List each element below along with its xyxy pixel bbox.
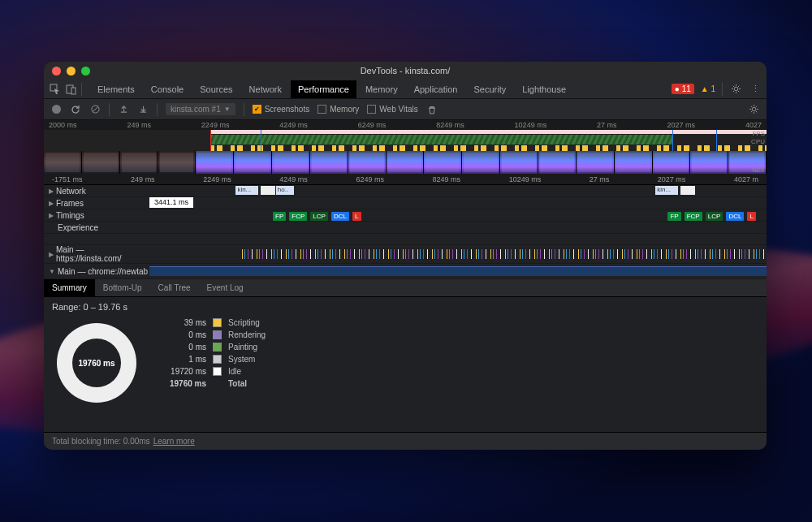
tbt-text: Total blocking time: 0.00ms xyxy=(52,437,150,446)
overview-strip[interactable]: FPS CPU xyxy=(44,130,767,151)
frame-duration-tooltip: 3441.1 ms xyxy=(149,197,193,208)
error-count-badge[interactable]: ● 11 xyxy=(672,84,694,94)
fcp-marker[interactable]: FCP xyxy=(289,212,307,221)
range-text: Range: 0 – 19.76 s xyxy=(52,302,758,312)
lcp-marker[interactable]: LCP xyxy=(310,212,328,221)
tab-memory[interactable]: Memory xyxy=(358,80,405,98)
cpu-label: CPU xyxy=(751,138,765,145)
tab-security[interactable]: Security xyxy=(466,80,513,98)
window-title: DevTools - kinsta.com/ xyxy=(44,66,767,75)
tab-lighthouse[interactable]: Lighthouse xyxy=(515,80,573,98)
main-newtab-track-label[interactable]: ▼Main — chrome://newtab xyxy=(44,267,149,276)
network-bar[interactable]: kin... xyxy=(655,186,678,195)
tab-network[interactable]: Network xyxy=(242,80,289,98)
screenshot-filmstrip[interactable] xyxy=(44,151,767,174)
timings-track-label[interactable]: ▶Timings xyxy=(44,211,149,220)
devtools-tabs: Elements Console Sources Network Perform… xyxy=(44,80,767,99)
main-track-label[interactable]: ▶Main — https://kinsta.com/ xyxy=(44,245,149,263)
load-marker[interactable]: L xyxy=(352,212,361,221)
svg-line-5 xyxy=(92,106,97,112)
network-bar[interactable]: kin... xyxy=(235,186,258,195)
tab-application[interactable]: Application xyxy=(407,80,465,98)
experience-track-label[interactable]: Experience xyxy=(44,223,149,232)
timeline-ruler[interactable]: -1751 ms249 ms 2249 ms4249 ms 6249 ms824… xyxy=(44,174,767,185)
summary-donut: 19760 ms xyxy=(57,323,136,403)
learn-more-link[interactable]: Learn more xyxy=(153,437,195,446)
network-track-label[interactable]: ▶Network xyxy=(44,187,149,196)
perf-toolbar: kinsta.com #1 ▼ ✔Screenshots Memory Web … xyxy=(44,99,767,120)
details-tabs: Summary Bottom-Up Call Tree Event Log xyxy=(44,279,767,297)
more-menu-icon[interactable]: ⋮ xyxy=(749,83,762,96)
inspect-element-icon[interactable] xyxy=(49,83,62,96)
clear-button[interactable] xyxy=(89,104,101,115)
tab-sources[interactable]: Sources xyxy=(192,80,240,98)
save-profile-button[interactable] xyxy=(137,104,149,115)
overview-ruler[interactable]: 2000 ms249 ms 2249 ms4249 ms 6249 ms8249… xyxy=(44,120,767,130)
record-button[interactable] xyxy=(50,104,62,115)
webvitals-checkbox[interactable]: Web Vitals xyxy=(367,105,417,114)
svg-point-6 xyxy=(752,107,756,111)
fps-label: FPS xyxy=(752,130,765,137)
summary-legend: 39 msScripting 0 msRendering 0 msPaintin… xyxy=(161,318,266,408)
frames-track-label[interactable]: ▶Frames xyxy=(44,199,149,208)
screenshots-checkbox[interactable]: ✔Screenshots xyxy=(253,105,310,114)
capture-settings-gear-icon[interactable] xyxy=(747,103,760,116)
tab-eventlog[interactable]: Event Log xyxy=(199,279,252,296)
warning-count-badge[interactable]: ▲ 1 xyxy=(701,84,715,93)
tab-bottomup[interactable]: Bottom-Up xyxy=(95,279,150,296)
target-selector[interactable]: kinsta.com #1 ▼ xyxy=(166,103,235,115)
memory-checkbox[interactable]: Memory xyxy=(317,105,359,114)
settings-gear-icon[interactable] xyxy=(729,83,742,96)
flame-chart[interactable]: ▶Network kin... ho.. kin... ▶Frames 3441… xyxy=(44,185,767,279)
fp-marker[interactable]: FP xyxy=(273,212,286,221)
device-toolbar-icon[interactable] xyxy=(65,83,78,96)
tab-summary[interactable]: Summary xyxy=(44,279,95,296)
tab-calltree[interactable]: Call Tree xyxy=(150,279,199,296)
tab-console[interactable]: Console xyxy=(144,80,191,98)
reload-record-button[interactable] xyxy=(70,104,81,115)
svg-rect-2 xyxy=(71,88,76,94)
dcl-marker[interactable]: DCL xyxy=(331,212,349,221)
tab-elements[interactable]: Elements xyxy=(90,80,142,98)
tab-performance[interactable]: Performance xyxy=(291,80,356,98)
net-label: NET xyxy=(752,166,765,174)
status-footer: Total blocking time: 0.00ms Learn more xyxy=(44,432,767,450)
svg-point-3 xyxy=(734,87,738,91)
summary-pane: Range: 0 – 19.76 s 19760 ms 39 msScripti… xyxy=(44,297,767,412)
load-profile-button[interactable] xyxy=(118,104,129,115)
network-bar[interactable]: ho.. xyxy=(276,186,294,195)
gc-button[interactable] xyxy=(426,104,438,115)
devtools-window: DevTools - kinsta.com/ Elements Console … xyxy=(44,62,767,450)
titlebar: DevTools - kinsta.com/ xyxy=(44,62,767,80)
